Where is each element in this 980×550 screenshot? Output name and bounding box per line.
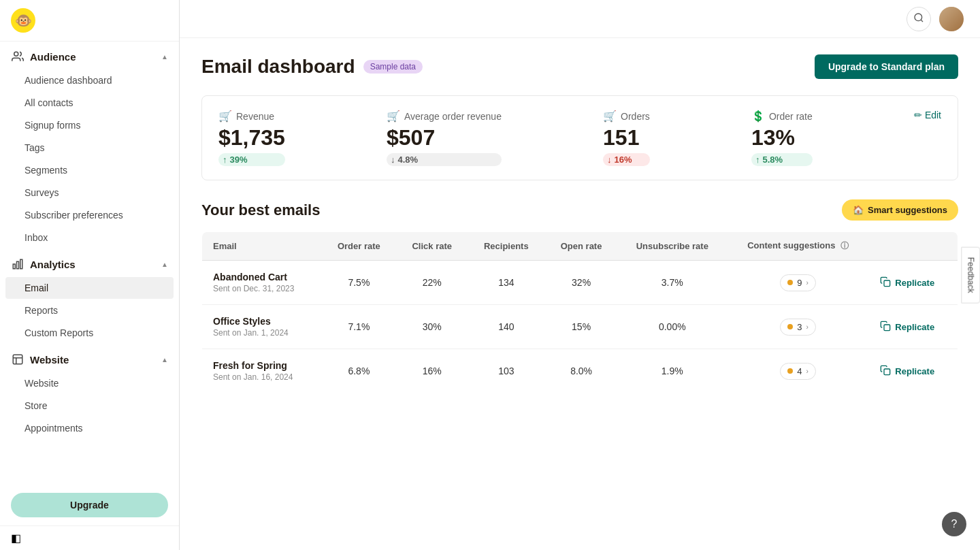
user-avatar[interactable] [939,7,964,31]
click-rate-1: 30% [396,305,468,349]
email-table: Email Order rate Click rate Recipients O… [201,231,958,393]
suggestions-dot-0 [787,280,793,285]
svg-point-5 [915,14,922,21]
collapse-icon: ◧ [11,532,21,545]
sidebar-item-custom-reports[interactable]: Custom Reports [5,322,174,344]
feedback-tab[interactable]: Feedback [962,247,980,304]
sidebar-item-segments[interactable]: Segments [5,159,174,181]
replicate-cell-2: Replicate [869,349,958,393]
app-logo[interactable]: 🐵 [11,8,35,33]
stat-revenue-label: Revenue [236,111,274,122]
suggestions-chevron-1: › [806,323,808,331]
edit-link[interactable]: ✏ Edit [914,110,941,120]
audience-section-header[interactable]: Audience ▲ [0,42,179,69]
stat-avg-order: 🛒 Average order revenue $507 ↓ 4.8% [387,110,502,166]
sidebar-item-email[interactable]: Email [5,277,174,299]
lightbulb-icon: 🏠 [853,205,864,215]
order-rate-2: 6.8% [321,349,396,393]
email-date-2: Sent on Jan. 16, 2024 [213,372,310,382]
stat-revenue-value: $1,735 [218,125,285,150]
cart-icon-revenue: 🛒 [218,110,232,123]
suggestions-count-0: 9 [797,278,802,288]
order-rate-1: 7.1% [321,305,396,349]
sidebar-item-tags[interactable]: Tags [5,137,174,159]
edit-icon: ✏ [914,110,922,120]
upgrade-button[interactable]: Upgrade [11,493,168,517]
col-recipients: Recipients [468,232,544,261]
website-chevron: ▲ [161,356,168,363]
svg-rect-7 [884,280,890,287]
sidebar-item-website[interactable]: Website [5,372,174,394]
col-unsubscribe-rate: Unsubscribe rate [618,232,727,261]
stat-orders-change: ↓ 16% [603,153,650,166]
svg-rect-2 [17,261,19,269]
suggestions-chevron-0: › [806,279,808,287]
svg-line-6 [921,20,923,22]
email-date-0: Sent on Dec. 31, 2023 [213,284,310,293]
audience-chevron: ▲ [161,53,168,61]
click-rate-0: 22% [396,261,468,305]
replicate-cell-1: Replicate [869,305,958,349]
sidebar-item-signup-forms[interactable]: Signup forms [5,114,174,136]
email-name-0: Abandoned Cart [213,272,310,282]
stat-avg-value: $507 [387,125,502,150]
replicate-button-0[interactable]: Replicate [880,276,934,289]
sidebar-item-inbox[interactable]: Inbox [5,227,174,248]
smart-suggestions-button[interactable]: 🏠 Smart suggestions [842,199,958,221]
replicate-icon-2 [880,365,891,378]
website-section-header[interactable]: Website ▲ [0,344,179,372]
sidebar-item-appointments[interactable]: Appointments [5,417,174,439]
cart-icon-orders: 🛒 [603,110,617,123]
suggestions-badge-0[interactable]: 9 › [780,274,816,291]
sidebar-item-all-contacts[interactable]: All contacts [5,92,174,114]
suggestions-0: 9 › [727,261,870,305]
website-items: Website Store Appointments [0,372,179,440]
search-button[interactable] [906,7,931,31]
sidebar-collapse[interactable]: ◧ [0,525,179,550]
sidebar-item-store[interactable]: Store [5,395,174,417]
page-title: Email dashboard [201,56,355,78]
analytics-icon [11,257,24,271]
help-button[interactable]: ? [942,512,966,536]
stat-order-rate-value: 13% [751,125,813,150]
svg-rect-4 [13,355,22,364]
upgrade-plan-button[interactable]: Upgrade to Standard plan [815,54,958,79]
recipients-1: 140 [468,305,544,349]
click-rate-2: 16% [396,349,468,393]
order-rate-0: 7.5% [321,261,396,305]
stat-revenue-change: ↑ 39% [218,153,285,166]
down-arrow-icon-avg: ↓ [391,155,395,165]
replicate-cell-0: Replicate [869,261,958,305]
email-name-2: Fresh for Spring [213,360,310,371]
email-name-1: Office Styles [213,316,310,327]
dollar-icon: 💲 [751,110,765,123]
suggestions-badge-1[interactable]: 3 › [780,319,816,336]
page-content: Email dashboard Sample data Upgrade to S… [180,38,980,410]
website-section-title: Website [30,354,69,366]
replicate-button-2[interactable]: Replicate [880,365,934,378]
svg-rect-9 [884,369,890,375]
page-header: Email dashboard Sample data Upgrade to S… [201,54,958,79]
smart-suggestions-label: Smart suggestions [868,205,947,215]
analytics-section-header[interactable]: Analytics ▲ [0,249,179,276]
sidebar-item-surveys[interactable]: Surveys [5,182,174,204]
suggestions-dot-1 [787,324,793,329]
replicate-button-1[interactable]: Replicate [880,321,934,334]
sidebar-item-reports[interactable]: Reports [5,300,174,321]
sidebar-item-audience-dashboard[interactable]: Audience dashboard [5,69,174,91]
suggestions-badge-2[interactable]: 4 › [780,363,816,380]
website-section-icon-group: Website [11,353,69,366]
suggestions-chevron-2: › [806,368,808,375]
table-row: Abandoned Cart Sent on Dec. 31, 2023 7.5… [202,261,958,305]
stat-avg-change: ↓ 4.8% [387,153,502,166]
suggestions-dot-2 [787,368,793,374]
suggestions-count-1: 3 [797,322,802,332]
topbar [180,0,980,38]
analytics-section-title: Analytics [30,259,76,270]
stat-avg-label: Average order revenue [404,111,502,122]
question-mark-icon: ? [951,518,958,530]
best-emails-header: Your best emails 🏠 Smart suggestions [201,199,958,221]
stat-revenue-label-row: 🛒 Revenue [218,110,285,123]
sidebar-item-subscriber-preferences[interactable]: Subscriber preferences [5,204,174,226]
table-row: Fresh for Spring Sent on Jan. 16, 2024 6… [202,349,958,393]
